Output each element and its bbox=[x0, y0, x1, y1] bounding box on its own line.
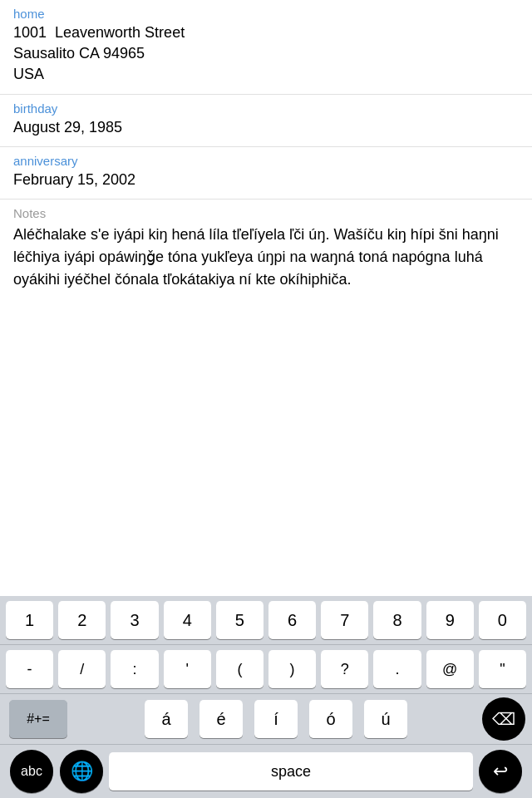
key-u-accent[interactable]: ú bbox=[364, 700, 407, 738]
accent-keys-group: á é í ó ú bbox=[142, 700, 410, 738]
key-1[interactable]: 1 bbox=[6, 601, 53, 639]
birthday-value: August 29, 1985 bbox=[13, 117, 519, 138]
key-o-accent[interactable]: ó bbox=[309, 700, 352, 738]
birthday-field: birthday August 29, 1985 bbox=[0, 95, 532, 147]
key-0[interactable]: 0 bbox=[479, 601, 526, 639]
key-6[interactable]: 6 bbox=[268, 601, 316, 639]
home-field: home 1001 Leavenworth StreetSausalito CA… bbox=[0, 0, 532, 95]
symbols-row: - / : ' ( ) ? . @ " bbox=[0, 645, 532, 694]
key-question[interactable]: ? bbox=[321, 650, 368, 688]
content-area: home 1001 Leavenworth StreetSausalito CA… bbox=[0, 0, 532, 299]
birthday-label: birthday bbox=[13, 101, 519, 116]
key-hashplus[interactable]: #+= bbox=[9, 700, 67, 738]
key-2[interactable]: 2 bbox=[58, 601, 106, 639]
anniversary-field: anniversary February 15, 2002 bbox=[0, 147, 532, 200]
keyboard: 1 2 3 4 5 6 7 8 9 0 - / : ' ( ) ? . @ " … bbox=[0, 596, 532, 798]
accents-row: #+= á é í ó ú ⌫ bbox=[0, 694, 532, 745]
notes-field: Notes Aléčhalake s'e iyápi kiŋ hená líla… bbox=[0, 200, 532, 299]
key-5[interactable]: 5 bbox=[216, 601, 264, 639]
key-dash[interactable]: - bbox=[6, 650, 53, 688]
bottom-row: abc 🌐 space ↩ bbox=[0, 745, 532, 798]
numbers-row: 1 2 3 4 5 6 7 8 9 0 bbox=[0, 596, 532, 645]
key-period[interactable]: . bbox=[373, 650, 421, 688]
key-4[interactable]: 4 bbox=[164, 601, 211, 639]
anniversary-value: February 15, 2002 bbox=[13, 170, 519, 190]
key-7[interactable]: 7 bbox=[321, 601, 368, 639]
key-close-paren[interactable]: ) bbox=[268, 650, 316, 688]
key-colon[interactable]: : bbox=[111, 650, 158, 688]
key-apostrophe[interactable]: ' bbox=[164, 650, 211, 688]
key-at[interactable]: @ bbox=[426, 650, 474, 688]
key-3[interactable]: 3 bbox=[111, 601, 158, 639]
notes-label: Notes bbox=[13, 206, 519, 220]
notes-value: Aléčhalake s'e iyápi kiŋ hená líla tľeľí… bbox=[13, 224, 519, 291]
anniversary-label: anniversary bbox=[13, 154, 519, 168]
key-backspace[interactable]: ⌫ bbox=[482, 697, 525, 741]
key-e-accent[interactable]: é bbox=[200, 700, 243, 738]
key-8[interactable]: 8 bbox=[373, 601, 421, 639]
key-globe[interactable]: 🌐 bbox=[60, 750, 103, 793]
key-abc[interactable]: abc bbox=[10, 750, 53, 793]
key-slash[interactable]: / bbox=[58, 650, 106, 688]
key-return[interactable]: ↩ bbox=[479, 750, 522, 793]
key-9[interactable]: 9 bbox=[426, 601, 474, 639]
home-value: 1001 Leavenworth StreetSausalito CA 9496… bbox=[13, 22, 519, 86]
home-label: home bbox=[13, 7, 519, 21]
key-open-paren[interactable]: ( bbox=[216, 650, 264, 688]
key-space[interactable]: space bbox=[109, 752, 473, 791]
key-i-accent[interactable]: í bbox=[254, 700, 298, 738]
key-quote[interactable]: " bbox=[479, 650, 526, 688]
key-a-accent[interactable]: á bbox=[145, 700, 188, 738]
